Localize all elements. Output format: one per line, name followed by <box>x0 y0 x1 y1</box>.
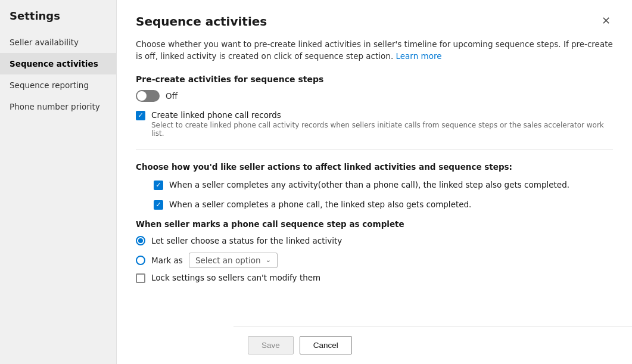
when-seller-label: When seller marks a phone call sequence … <box>136 219 613 229</box>
pre-create-section-label: Pre-create activities for sequence steps <box>136 74 613 84</box>
checkbox3-label: When a seller completes a phone call, th… <box>169 200 471 209</box>
checkbox2-check: ✓ <box>155 182 161 188</box>
divider1 <box>136 150 613 150</box>
radio1-inner <box>138 238 143 243</box>
footer-buttons: Save Cancel <box>234 326 632 364</box>
checkbox1-label: Create linked phone call records <box>151 110 613 120</box>
pre-create-toggle[interactable] <box>136 90 160 102</box>
save-button[interactable]: Save <box>248 336 294 354</box>
learn-more-link[interactable]: Learn more <box>396 51 441 61</box>
checkbox2[interactable]: ✓ <box>154 181 163 190</box>
radio1[interactable] <box>136 236 145 245</box>
lock-checkbox[interactable] <box>136 273 145 283</box>
mark-as-dropdown[interactable]: Select an option ⌄ <box>189 253 278 268</box>
radio1-label: Let seller choose a status for the linke… <box>151 236 342 245</box>
main-content: Sequence activities ✕ Choose whether you… <box>117 0 632 364</box>
lock-row: Lock settings so sellers can't modify th… <box>136 273 613 283</box>
dropdown-placeholder: Select an option <box>195 256 261 265</box>
radio2-row: Mark as Select an option ⌄ <box>136 253 613 268</box>
settings-window: Settings Seller availability Sequence ac… <box>0 0 632 364</box>
sidebar-title: Settings <box>0 10 116 32</box>
checkbox3-check: ✓ <box>155 201 161 208</box>
radio2[interactable] <box>136 256 145 265</box>
toggle-knob <box>137 91 147 101</box>
description-text: Choose whether you want to pre-create li… <box>136 38 613 63</box>
checkbox1-check: ✓ <box>138 112 143 119</box>
checkbox2-row: ✓ When a seller completes any activity(o… <box>154 180 613 190</box>
radio1-row: Let seller choose a status for the linke… <box>136 236 613 245</box>
bold-section-label: Choose how you'd like seller actions to … <box>136 162 613 172</box>
toggle-row: Off <box>136 90 613 102</box>
sidebar-item-seller-availability[interactable]: Seller availability <box>0 32 116 53</box>
page-title: Sequence activities <box>136 14 267 29</box>
indent-group: ✓ When a seller completes any activity(o… <box>136 180 613 210</box>
close-button[interactable]: ✕ <box>599 14 613 27</box>
main-header: Sequence activities ✕ <box>136 14 613 29</box>
cancel-button[interactable]: Cancel <box>300 336 352 354</box>
checkbox1[interactable]: ✓ <box>136 111 145 120</box>
sidebar-item-sequence-reporting[interactable]: Sequence reporting <box>0 74 116 96</box>
sidebar: Settings Seller availability Sequence ac… <box>0 0 117 364</box>
checkbox3-row: ✓ When a seller completes a phone call, … <box>154 200 613 210</box>
checkbox3[interactable]: ✓ <box>154 200 163 210</box>
sidebar-item-phone-number-priority[interactable]: Phone number priority <box>0 96 116 117</box>
sidebar-item-sequence-activities[interactable]: Sequence activities <box>0 53 116 74</box>
toggle-label: Off <box>166 91 178 101</box>
radio2-prefix: Mark as <box>151 256 183 265</box>
checkbox2-label: When a seller completes any activity(oth… <box>169 180 569 189</box>
checkbox1-subtext: Select to create linked phone call activ… <box>151 121 613 138</box>
checkbox1-row: ✓ Create linked phone call records Selec… <box>136 110 613 138</box>
lock-label: Lock settings so sellers can't modify th… <box>151 273 320 282</box>
chevron-down-icon: ⌄ <box>266 256 271 264</box>
